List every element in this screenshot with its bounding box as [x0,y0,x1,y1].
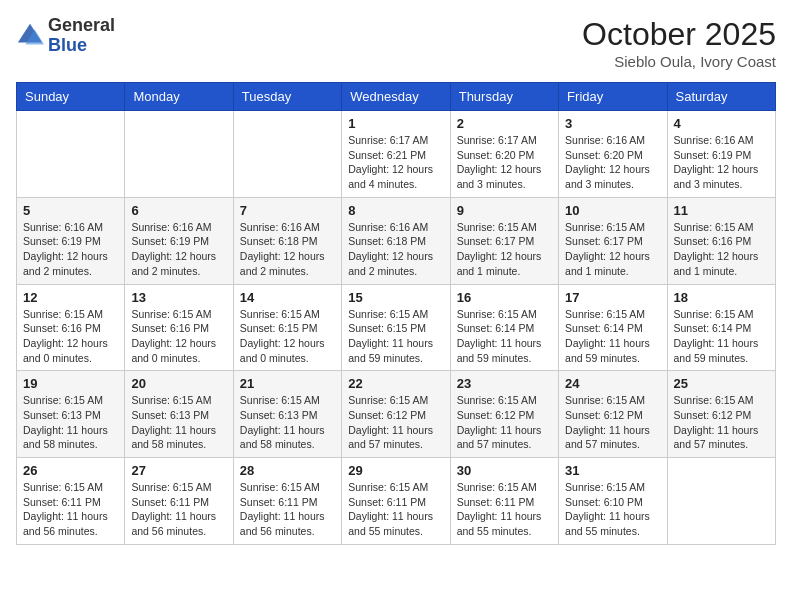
calendar-cell: 8Sunrise: 6:16 AM Sunset: 6:18 PM Daylig… [342,197,450,284]
weekday-header-friday: Friday [559,83,667,111]
weekday-header-wednesday: Wednesday [342,83,450,111]
day-number: 21 [240,376,335,391]
calendar-cell: 13Sunrise: 6:15 AM Sunset: 6:16 PM Dayli… [125,284,233,371]
day-number: 29 [348,463,443,478]
day-number: 15 [348,290,443,305]
day-info: Sunrise: 6:15 AM Sunset: 6:12 PM Dayligh… [674,393,769,452]
calendar-week-row: 26Sunrise: 6:15 AM Sunset: 6:11 PM Dayli… [17,458,776,545]
calendar-cell: 29Sunrise: 6:15 AM Sunset: 6:11 PM Dayli… [342,458,450,545]
day-info: Sunrise: 6:15 AM Sunset: 6:12 PM Dayligh… [348,393,443,452]
day-info: Sunrise: 6:15 AM Sunset: 6:14 PM Dayligh… [674,307,769,366]
calendar-cell: 23Sunrise: 6:15 AM Sunset: 6:12 PM Dayli… [450,371,558,458]
day-info: Sunrise: 6:15 AM Sunset: 6:11 PM Dayligh… [348,480,443,539]
calendar-cell [233,111,341,198]
weekday-header-row: SundayMondayTuesdayWednesdayThursdayFrid… [17,83,776,111]
calendar-week-row: 1Sunrise: 6:17 AM Sunset: 6:21 PM Daylig… [17,111,776,198]
calendar-cell: 20Sunrise: 6:15 AM Sunset: 6:13 PM Dayli… [125,371,233,458]
month-title: October 2025 [582,16,776,53]
day-number: 12 [23,290,118,305]
calendar-cell: 7Sunrise: 6:16 AM Sunset: 6:18 PM Daylig… [233,197,341,284]
calendar-cell: 16Sunrise: 6:15 AM Sunset: 6:14 PM Dayli… [450,284,558,371]
calendar-cell: 1Sunrise: 6:17 AM Sunset: 6:21 PM Daylig… [342,111,450,198]
day-number: 3 [565,116,660,131]
day-info: Sunrise: 6:16 AM Sunset: 6:19 PM Dayligh… [131,220,226,279]
day-info: Sunrise: 6:16 AM Sunset: 6:19 PM Dayligh… [674,133,769,192]
day-number: 28 [240,463,335,478]
day-number: 8 [348,203,443,218]
day-number: 16 [457,290,552,305]
calendar-cell [125,111,233,198]
calendar-week-row: 5Sunrise: 6:16 AM Sunset: 6:19 PM Daylig… [17,197,776,284]
page-header: General Blue October 2025 Sieblo Oula, I… [16,16,776,70]
day-info: Sunrise: 6:15 AM Sunset: 6:11 PM Dayligh… [23,480,118,539]
calendar-cell: 4Sunrise: 6:16 AM Sunset: 6:19 PM Daylig… [667,111,775,198]
day-info: Sunrise: 6:15 AM Sunset: 6:14 PM Dayligh… [565,307,660,366]
day-info: Sunrise: 6:15 AM Sunset: 6:17 PM Dayligh… [565,220,660,279]
day-info: Sunrise: 6:15 AM Sunset: 6:16 PM Dayligh… [23,307,118,366]
day-number: 20 [131,376,226,391]
day-info: Sunrise: 6:15 AM Sunset: 6:15 PM Dayligh… [240,307,335,366]
day-info: Sunrise: 6:17 AM Sunset: 6:21 PM Dayligh… [348,133,443,192]
calendar-week-row: 19Sunrise: 6:15 AM Sunset: 6:13 PM Dayli… [17,371,776,458]
calendar-cell: 19Sunrise: 6:15 AM Sunset: 6:13 PM Dayli… [17,371,125,458]
weekday-header-sunday: Sunday [17,83,125,111]
day-number: 1 [348,116,443,131]
calendar-cell: 22Sunrise: 6:15 AM Sunset: 6:12 PM Dayli… [342,371,450,458]
day-info: Sunrise: 6:15 AM Sunset: 6:13 PM Dayligh… [131,393,226,452]
day-number: 11 [674,203,769,218]
calendar-cell: 14Sunrise: 6:15 AM Sunset: 6:15 PM Dayli… [233,284,341,371]
day-number: 27 [131,463,226,478]
calendar-cell: 21Sunrise: 6:15 AM Sunset: 6:13 PM Dayli… [233,371,341,458]
day-info: Sunrise: 6:16 AM Sunset: 6:18 PM Dayligh… [348,220,443,279]
day-info: Sunrise: 6:15 AM Sunset: 6:11 PM Dayligh… [131,480,226,539]
day-info: Sunrise: 6:16 AM Sunset: 6:20 PM Dayligh… [565,133,660,192]
day-number: 10 [565,203,660,218]
calendar-cell: 11Sunrise: 6:15 AM Sunset: 6:16 PM Dayli… [667,197,775,284]
logo: General Blue [16,16,115,56]
day-info: Sunrise: 6:15 AM Sunset: 6:16 PM Dayligh… [674,220,769,279]
day-info: Sunrise: 6:15 AM Sunset: 6:17 PM Dayligh… [457,220,552,279]
day-info: Sunrise: 6:15 AM Sunset: 6:13 PM Dayligh… [240,393,335,452]
day-number: 13 [131,290,226,305]
weekday-header-monday: Monday [125,83,233,111]
day-number: 6 [131,203,226,218]
calendar-cell: 30Sunrise: 6:15 AM Sunset: 6:11 PM Dayli… [450,458,558,545]
day-number: 19 [23,376,118,391]
calendar-cell: 15Sunrise: 6:15 AM Sunset: 6:15 PM Dayli… [342,284,450,371]
logo-icon [16,22,44,50]
day-info: Sunrise: 6:15 AM Sunset: 6:12 PM Dayligh… [457,393,552,452]
day-number: 25 [674,376,769,391]
calendar-cell: 3Sunrise: 6:16 AM Sunset: 6:20 PM Daylig… [559,111,667,198]
calendar-cell: 18Sunrise: 6:15 AM Sunset: 6:14 PM Dayli… [667,284,775,371]
calendar-cell: 9Sunrise: 6:15 AM Sunset: 6:17 PM Daylig… [450,197,558,284]
day-number: 5 [23,203,118,218]
calendar-cell: 2Sunrise: 6:17 AM Sunset: 6:20 PM Daylig… [450,111,558,198]
calendar-table: SundayMondayTuesdayWednesdayThursdayFrid… [16,82,776,545]
calendar-cell: 25Sunrise: 6:15 AM Sunset: 6:12 PM Dayli… [667,371,775,458]
calendar-cell: 24Sunrise: 6:15 AM Sunset: 6:12 PM Dayli… [559,371,667,458]
day-info: Sunrise: 6:15 AM Sunset: 6:12 PM Dayligh… [565,393,660,452]
day-number: 30 [457,463,552,478]
weekday-header-tuesday: Tuesday [233,83,341,111]
day-number: 24 [565,376,660,391]
day-info: Sunrise: 6:15 AM Sunset: 6:15 PM Dayligh… [348,307,443,366]
day-number: 31 [565,463,660,478]
calendar-cell [17,111,125,198]
day-info: Sunrise: 6:15 AM Sunset: 6:14 PM Dayligh… [457,307,552,366]
calendar-cell: 28Sunrise: 6:15 AM Sunset: 6:11 PM Dayli… [233,458,341,545]
calendar-cell: 17Sunrise: 6:15 AM Sunset: 6:14 PM Dayli… [559,284,667,371]
day-number: 9 [457,203,552,218]
day-info: Sunrise: 6:15 AM Sunset: 6:11 PM Dayligh… [240,480,335,539]
logo-general-text: General [48,15,115,35]
calendar-cell: 5Sunrise: 6:16 AM Sunset: 6:19 PM Daylig… [17,197,125,284]
day-number: 14 [240,290,335,305]
calendar-cell: 10Sunrise: 6:15 AM Sunset: 6:17 PM Dayli… [559,197,667,284]
day-number: 26 [23,463,118,478]
day-info: Sunrise: 6:16 AM Sunset: 6:19 PM Dayligh… [23,220,118,279]
logo-blue-text: Blue [48,35,87,55]
weekday-header-saturday: Saturday [667,83,775,111]
day-number: 17 [565,290,660,305]
day-info: Sunrise: 6:17 AM Sunset: 6:20 PM Dayligh… [457,133,552,192]
day-info: Sunrise: 6:15 AM Sunset: 6:13 PM Dayligh… [23,393,118,452]
day-number: 7 [240,203,335,218]
